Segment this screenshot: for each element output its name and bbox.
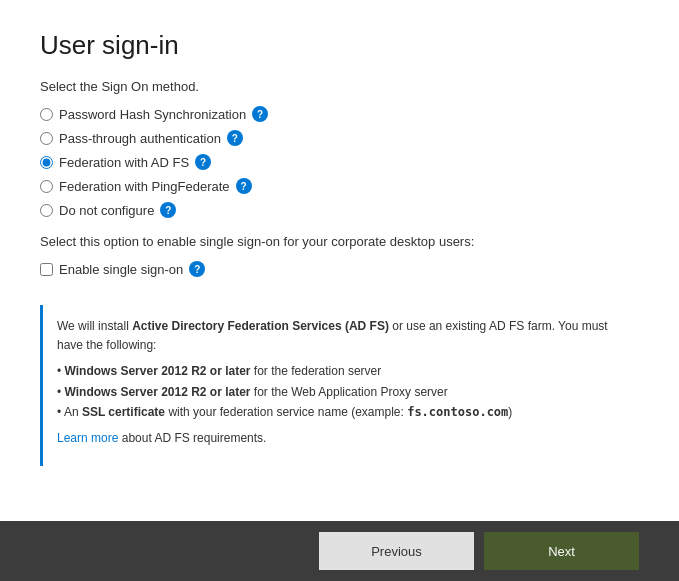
radio-label-1[interactable]: Password Hash Synchronization — [59, 107, 246, 122]
radio-item-4: Federation with PingFederate ? — [40, 178, 639, 194]
info-bold-adfs: Active Directory Federation Services (AD… — [132, 319, 389, 333]
radio-item-1: Password Hash Synchronization ? — [40, 106, 639, 122]
bullet-1: Windows Server 2012 R2 or later for the … — [57, 361, 625, 381]
sign-on-method-group: Password Hash Synchronization ? Pass-thr… — [40, 106, 639, 218]
single-signon-row: Enable single sign-on ? — [40, 261, 639, 277]
radio-passthrough[interactable] — [40, 132, 53, 145]
help-icon-4[interactable]: ? — [236, 178, 252, 194]
example-domain: fs.contoso.com — [407, 405, 508, 419]
radio-federation-ping[interactable] — [40, 180, 53, 193]
page-title: User sign-in — [40, 30, 639, 61]
info-bullet-list: Windows Server 2012 R2 or later for the … — [57, 361, 625, 422]
help-icon-5[interactable]: ? — [160, 202, 176, 218]
single-signon-label[interactable]: Enable single sign-on — [59, 262, 183, 277]
help-icon-1[interactable]: ? — [252, 106, 268, 122]
section-divider: Select this option to enable single sign… — [40, 234, 639, 277]
radio-label-3[interactable]: Federation with AD FS — [59, 155, 189, 170]
bullet-2: Windows Server 2012 R2 or later for the … — [57, 382, 625, 402]
radio-item-5: Do not configure ? — [40, 202, 639, 218]
single-signon-checkbox[interactable] — [40, 263, 53, 276]
radio-federation-adfs[interactable] — [40, 156, 53, 169]
help-icon-sso[interactable]: ? — [189, 261, 205, 277]
help-icon-2[interactable]: ? — [227, 130, 243, 146]
radio-item-3: Federation with AD FS ? — [40, 154, 639, 170]
radio-label-2[interactable]: Pass-through authentication — [59, 131, 221, 146]
learn-more-paragraph: Learn more about AD FS requirements. — [57, 429, 625, 448]
radio-label-5[interactable]: Do not configure — [59, 203, 154, 218]
bullet-3: An SSL certificate with your federation … — [57, 402, 625, 422]
learn-more-link[interactable]: Learn more — [57, 431, 118, 445]
footer: Previous Next — [0, 521, 679, 581]
section1-label: Select the Sign On method. — [40, 79, 639, 94]
section2-label: Select this option to enable single sign… — [40, 234, 639, 249]
radio-password-hash[interactable] — [40, 108, 53, 121]
radio-do-not-configure[interactable] — [40, 204, 53, 217]
main-content: User sign-in Select the Sign On method. … — [0, 0, 679, 521]
previous-button[interactable]: Previous — [319, 532, 474, 570]
next-button[interactable]: Next — [484, 532, 639, 570]
help-icon-3[interactable]: ? — [195, 154, 211, 170]
radio-item-2: Pass-through authentication ? — [40, 130, 639, 146]
info-box: We will install Active Directory Federat… — [40, 305, 639, 466]
info-paragraph: We will install Active Directory Federat… — [57, 317, 625, 355]
radio-label-4[interactable]: Federation with PingFederate — [59, 179, 230, 194]
